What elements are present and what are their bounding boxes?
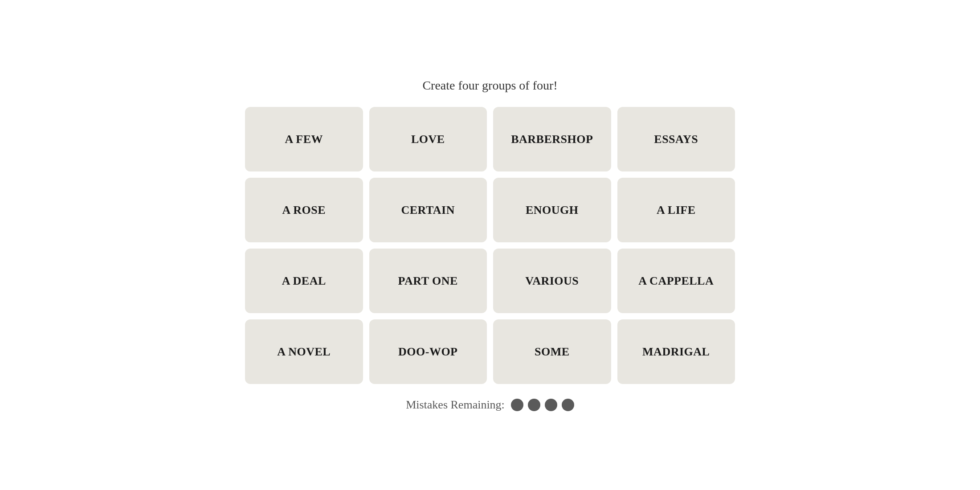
tile-11[interactable]: A CAPPELLA	[617, 249, 735, 313]
tile-label-10: VARIOUS	[525, 274, 579, 288]
tile-label-4: A ROSE	[282, 204, 326, 217]
tile-15[interactable]: MADRIGAL	[617, 319, 735, 384]
mistake-dot-3	[562, 399, 574, 411]
tile-label-2: BARBERSHOP	[511, 133, 593, 146]
tile-13[interactable]: DOO-WOP	[369, 319, 487, 384]
tile-3[interactable]: ESSAYS	[617, 107, 735, 172]
tile-7[interactable]: A LIFE	[617, 178, 735, 242]
tile-label-9: PART ONE	[398, 274, 458, 288]
tile-label-1: LOVE	[411, 133, 445, 146]
subtitle: Create four groups of four!	[422, 78, 557, 93]
tile-label-14: SOME	[535, 345, 570, 359]
tile-1[interactable]: LOVE	[369, 107, 487, 172]
tile-label-12: A NOVEL	[277, 345, 331, 359]
tile-label-8: A DEAL	[282, 274, 326, 288]
mistake-dot-0	[511, 399, 523, 411]
tile-2[interactable]: BARBERSHOP	[493, 107, 611, 172]
mistakes-dots	[511, 399, 574, 411]
tile-label-7: A LIFE	[657, 204, 696, 217]
tile-label-0: A FEW	[285, 133, 323, 146]
mistakes-label: Mistakes Remaining:	[406, 398, 505, 412]
tile-label-13: DOO-WOP	[398, 345, 458, 359]
tile-9[interactable]: PART ONE	[369, 249, 487, 313]
tile-label-6: ENOUGH	[526, 204, 579, 217]
tile-label-11: A CAPPELLA	[638, 274, 714, 288]
tile-4[interactable]: A ROSE	[245, 178, 363, 242]
game-container: Create four groups of four! A FEWLOVEBAR…	[245, 78, 735, 412]
mistake-dot-2	[545, 399, 557, 411]
tile-label-3: ESSAYS	[654, 133, 698, 146]
tile-label-5: CERTAIN	[401, 204, 455, 217]
tile-grid: A FEWLOVEBARBERSHOPESSAYSA ROSECERTAINEN…	[245, 107, 735, 384]
tile-label-15: MADRIGAL	[642, 345, 710, 359]
tile-0[interactable]: A FEW	[245, 107, 363, 172]
tile-14[interactable]: SOME	[493, 319, 611, 384]
tile-5[interactable]: CERTAIN	[369, 178, 487, 242]
tile-8[interactable]: A DEAL	[245, 249, 363, 313]
mistake-dot-1	[528, 399, 540, 411]
tile-6[interactable]: ENOUGH	[493, 178, 611, 242]
tile-12[interactable]: A NOVEL	[245, 319, 363, 384]
mistakes-row: Mistakes Remaining:	[406, 398, 574, 412]
tile-10[interactable]: VARIOUS	[493, 249, 611, 313]
